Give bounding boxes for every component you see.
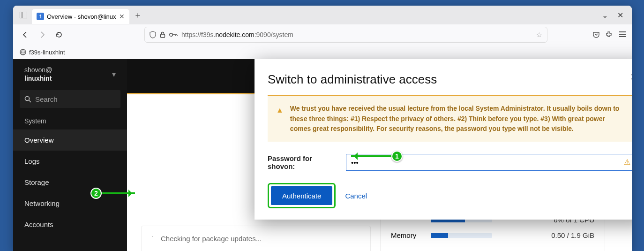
warning-icon: ⚠: [624, 158, 630, 167]
password-label: Password for shovon:: [268, 154, 340, 170]
bookmark-item[interactable]: f39s-linuxhint: [29, 49, 65, 56]
tabs-dropdown-icon[interactable]: ⌄: [602, 11, 608, 20]
modal-title: Switch to administrative access: [268, 72, 632, 87]
extensions-icon[interactable]: [606, 31, 613, 38]
search-placeholder: Search: [35, 95, 58, 103]
svg-line-14: [29, 100, 31, 102]
sidebar-item-accounts[interactable]: Accounts: [13, 214, 127, 235]
warning-text: We trust you have received the usual lec…: [290, 104, 627, 134]
sidebar-toggle-icon[interactable]: [17, 8, 30, 22]
auth-modal: Switch to administrative access ✕ ▲ We t…: [255, 59, 632, 220]
warning-icon: ▲: [276, 105, 284, 134]
sidebar-item-networking[interactable]: Networking: [13, 193, 127, 214]
sidebar-search[interactable]: Search: [20, 90, 120, 108]
url-host: nodekite.com: [215, 31, 254, 38]
lock-icon: [160, 31, 165, 38]
url-bar[interactable]: https://f39s.nodekite.com:9090/system ☆: [144, 27, 547, 43]
user-switcher[interactable]: shovon@ linuxhint ▾: [13, 59, 127, 89]
warning-banner: ▲ We trust you have received the usual l…: [268, 95, 632, 142]
user-host: linuxhint: [24, 74, 52, 83]
sidebar-item-logs[interactable]: Logs: [13, 151, 127, 172]
bookmarks-bar: f39s-linuxhint: [13, 45, 632, 59]
user-at: shovon@: [24, 66, 52, 74]
search-icon: [24, 96, 31, 103]
annotation-box-2: Authenticate: [268, 183, 336, 208]
sidebar-group-label: System: [13, 113, 127, 129]
url-suffix: :9090/system: [255, 31, 293, 38]
window-close-icon[interactable]: ✕: [617, 11, 623, 20]
browser-tab[interactable]: f Overview - shovon@linux ✕: [32, 9, 129, 24]
tab-favicon-icon: f: [37, 13, 44, 20]
annotation-1: 1: [391, 151, 403, 162]
updates-card: ˙Checking for package updates...: [141, 226, 371, 251]
browser-window: f Overview - shovon@linux ✕ ＋ ⌄ ✕ https:…: [13, 6, 632, 251]
forward-button[interactable]: [36, 28, 49, 41]
shield-icon: [150, 31, 156, 38]
url-prefix: https://f39s.: [181, 31, 215, 38]
new-tab-button[interactable]: ＋: [131, 8, 144, 22]
cockpit-sidebar: shovon@ linuxhint ▾ Search System Overvi…: [13, 59, 127, 251]
authenticate-button[interactable]: Authenticate: [271, 186, 332, 205]
memory-value: 0.50 / 1.9 GiB: [551, 231, 594, 239]
annotation-2-label: 2: [94, 190, 98, 197]
mem-bar-fill: [431, 233, 448, 238]
app-menu-icon[interactable]: [619, 31, 626, 38]
cancel-button[interactable]: Cancel: [345, 192, 367, 200]
annotation-2: 2: [90, 188, 102, 199]
svg-rect-0: [20, 12, 27, 18]
tab-title: Overview - shovon@linux: [47, 13, 116, 20]
pkg-status: Checking for package updates...: [161, 235, 262, 243]
svg-point-13: [25, 96, 30, 100]
tab-close-icon[interactable]: ✕: [119, 13, 125, 20]
mem-bar: [431, 233, 492, 238]
url-text: https://f39s.nodekite.com:9090/system: [181, 31, 532, 38]
sidebar-item-storage[interactable]: Storage: [13, 172, 127, 193]
svg-point-3: [170, 33, 172, 36]
annotation-1-arrow: [351, 155, 391, 157]
chevron-down-icon: ▾: [112, 70, 116, 79]
svg-rect-2: [161, 34, 165, 38]
globe-icon: [20, 49, 26, 55]
close-icon[interactable]: ✕: [630, 71, 632, 83]
sidebar-item-overview[interactable]: Overview: [13, 129, 127, 151]
bookmark-star-icon[interactable]: ☆: [536, 31, 542, 38]
back-button[interactable]: [19, 28, 32, 41]
annotation-1-label: 1: [395, 152, 399, 160]
memory-label: Memory: [391, 231, 424, 239]
annotation-2-arrow: [102, 192, 135, 194]
main-area: ? Help Session ▾ ˙Checking for package u…: [127, 59, 632, 251]
page-content: shovon@ linuxhint ▾ Search System Overvi…: [13, 59, 632, 251]
browser-toolbar: https://f39s.nodekite.com:9090/system ☆: [13, 24, 632, 45]
tab-bar: f Overview - shovon@linux ✕ ＋ ⌄ ✕: [13, 6, 632, 24]
key-icon: [169, 32, 178, 37]
reload-button[interactable]: [52, 28, 66, 41]
pocket-icon[interactable]: [592, 31, 600, 38]
